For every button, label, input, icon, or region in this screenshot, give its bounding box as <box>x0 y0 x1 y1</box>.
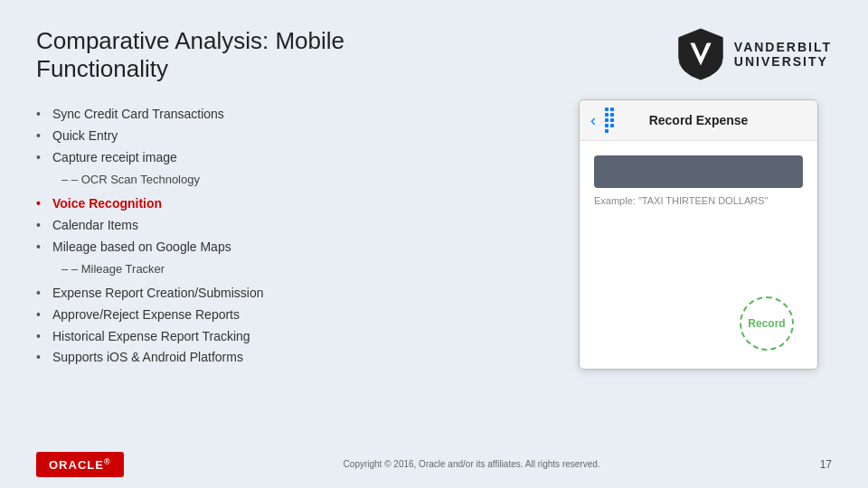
left-panel: Sync Credit Card Transactions Quick Entr… <box>36 99 552 370</box>
bullet-capture-receipt: Capture receipt image <box>36 147 552 169</box>
bullet-group-3: Expense Report Creation/Submission Appro… <box>36 283 552 369</box>
bullet-approve-reject: Approve/Reject Expense Reports <box>36 305 552 326</box>
phone-body: Example: "TAXI THIRTEEN DOLLARS" Record <box>580 141 817 369</box>
phone-hint-text: Example: "TAXI THIRTEEN DOLLARS" <box>594 195 803 206</box>
sub-mileage: – Mileage Tracker <box>36 258 552 279</box>
vanderbilt-shield <box>676 27 725 81</box>
bullet-platforms: Supports iOS & Android Platforms <box>36 347 552 369</box>
bullet-voice-recognition: Voice Recognition <box>36 193 552 215</box>
phone-screen-title: Record Expense <box>590 113 807 127</box>
bullet-calendar-items: Calendar Items <box>36 215 552 237</box>
record-button[interactable]: Record <box>740 296 794 351</box>
logo-line2: UNIVERSITY <box>734 54 828 69</box>
bullet-historical-tracking: Historical Expense Report Tracking <box>36 326 552 348</box>
title-line1: Comparative Analysis: Mobile <box>36 27 344 55</box>
bullet-mileage-google: Mileage based on Google Maps <box>36 237 552 258</box>
phone-mockup: ‹ Record Expense Example: "TAXI THIRTEEN… <box>579 99 818 370</box>
phone-header: ‹ Record Expense <box>580 100 817 141</box>
sub-ocr: – OCR Scan Technology <box>36 169 552 190</box>
slide: Comparative Analysis: Mobile Functionali… <box>0 0 868 488</box>
copyright-text: Copyright © 2016, Oracle and/or its affi… <box>124 459 820 469</box>
bullet-sync-credit: Sync Credit Card Transactions <box>36 104 552 126</box>
content-area: Sync Credit Card Transactions Quick Entr… <box>36 99 832 370</box>
logo-line1: VANDERBILT <box>734 40 832 54</box>
phone-record-area: Record <box>594 296 803 351</box>
title-line2: Functionality <box>36 55 344 83</box>
phone-input-bar[interactable] <box>594 155 803 188</box>
header: Comparative Analysis: Mobile Functionali… <box>36 27 832 83</box>
footer: ORACLE® Copyright © 2016, Oracle and/or … <box>0 452 868 477</box>
slide-title: Comparative Analysis: Mobile Functionali… <box>36 27 344 83</box>
logo-area: VANDERBILT UNIVERSITY <box>676 27 832 81</box>
right-panel: ‹ Record Expense Example: "TAXI THIRTEEN… <box>579 99 832 370</box>
page-number: 17 <box>820 458 832 471</box>
logo-text: VANDERBILT UNIVERSITY <box>734 40 832 69</box>
bullet-group-1: Sync Credit Card Transactions Quick Entr… <box>36 104 552 168</box>
bullet-quick-entry: Quick Entry <box>36 126 552 147</box>
bullet-expense-creation: Expense Report Creation/Submission <box>36 283 552 305</box>
bullet-group-2: Voice Recognition Calendar Items Mileage… <box>36 193 552 258</box>
oracle-label: ORACLE <box>49 458 104 472</box>
oracle-logo: ORACLE® <box>36 452 124 477</box>
